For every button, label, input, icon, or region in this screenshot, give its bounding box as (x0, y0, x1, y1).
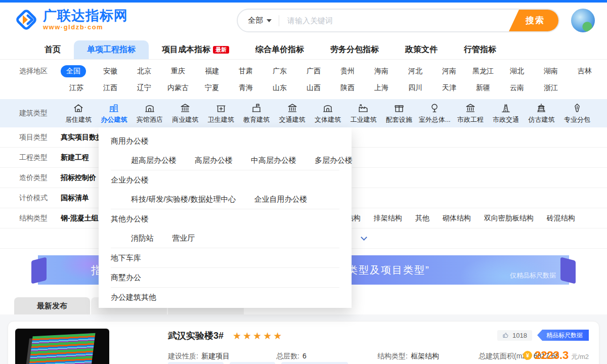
like-button[interactable]: 1018 (497, 330, 532, 341)
region-item[interactable]: 陕西 (332, 83, 363, 93)
filter-label: 计价模式 (19, 194, 61, 203)
star-rating: ★★★★★ (233, 330, 283, 342)
site-url: www·gldzb·com (43, 23, 128, 31)
nav-item-project-cost-index[interactable]: 项目成本指标 最新 (149, 40, 242, 59)
building-type-item[interactable]: 商业建筑 (167, 103, 203, 124)
region-item[interactable]: 全国 (61, 65, 86, 77)
project-card[interactable]: 武汉实验楼3# ★★★★★ 1018 精品标尺数据 建设性质:新建项目 总层数:… (8, 321, 599, 364)
filter-option[interactable]: 排架结构 (374, 214, 402, 223)
region-item[interactable]: 黑龙江 (467, 67, 499, 76)
nav-item-labor-subcontract-index[interactable]: 劳务分包指标 (317, 40, 392, 59)
dropdown-group-title[interactable]: 商用办公楼 (111, 131, 339, 151)
building-type-item[interactable]: 仿古建筑 (524, 103, 559, 124)
building-type-item-selected[interactable]: 办公建筑 (96, 103, 132, 124)
nav-item-composite-price-index[interactable]: 综合单价指标 (242, 40, 317, 59)
field-label: 建设性质: (168, 352, 198, 361)
region-item[interactable]: 广东 (264, 67, 295, 76)
dropdown-group-title[interactable]: 地下车库 (111, 248, 339, 267)
region-item[interactable]: 辽宁 (128, 83, 160, 93)
project-thumbnail[interactable] (15, 329, 109, 364)
region-item[interactable]: 云南 (501, 83, 533, 93)
building-type-item-label: 商业建筑 (172, 115, 198, 124)
building-type-item[interactable]: 文体建筑 (310, 103, 345, 124)
site-logo[interactable]: 广联达指标网 www·gldzb·com (14, 8, 128, 32)
region-item[interactable]: 上海 (366, 83, 397, 93)
dropdown-item[interactable]: 营业厅 (172, 234, 195, 243)
region-item[interactable]: 吉林 (569, 67, 600, 76)
building-type-item[interactable]: 卫生建筑 (203, 103, 239, 124)
dropdown-group-title[interactable]: 商墅办公 (111, 268, 339, 287)
building-type-item[interactable]: 宾馆酒店 (132, 103, 167, 124)
region-item[interactable]: 广西 (298, 67, 329, 76)
region-item[interactable]: 四川 (400, 83, 431, 93)
filter-option[interactable]: 砌体结构 (443, 214, 471, 223)
filter-option[interactable]: 新建工程 (61, 153, 89, 162)
dropdown-group-title[interactable]: 企业办公楼 (111, 170, 339, 190)
search-input[interactable] (279, 16, 509, 25)
region-item[interactable]: 河北 (400, 67, 431, 76)
region-item[interactable]: 青海 (230, 83, 262, 93)
building-type-item[interactable]: 市政交通 (488, 103, 524, 124)
region-item[interactable]: 山东 (264, 83, 295, 93)
region-item[interactable]: 海南 (366, 67, 397, 76)
filter-option[interactable]: 砖混结构 (547, 214, 575, 223)
house-icon (73, 103, 84, 114)
dropdown-group-title[interactable]: 办公建筑其他 (111, 288, 339, 307)
building-type-item[interactable]: 教育建筑 (239, 103, 274, 124)
region-item[interactable]: 山西 (298, 83, 329, 93)
building-type-item[interactable]: 交通建筑 (275, 103, 310, 124)
building-type-item[interactable]: 工业建筑 (345, 103, 381, 124)
nav-item-single-project-index[interactable]: 单项工程指标 (74, 40, 149, 59)
filter-option[interactable]: 国标清单 (61, 194, 89, 203)
pagoda-icon (536, 103, 547, 114)
region-item[interactable]: 宁夏 (196, 83, 228, 93)
region-item[interactable]: 贵州 (332, 67, 363, 76)
region-item[interactable]: 内蒙古 (162, 83, 194, 93)
region-item[interactable]: 湖南 (535, 67, 567, 76)
dropdown-group-title[interactable]: 其他办公楼 (111, 209, 339, 229)
building-type-item[interactable]: 市政工程 (453, 103, 488, 124)
user-avatar[interactable] (571, 9, 595, 32)
dropdown-item[interactable]: 高层办公楼 (195, 156, 233, 165)
tab-latest-release[interactable]: 最新发布 (14, 297, 90, 314)
search-scope-dropdown[interactable]: 全部 (238, 10, 279, 31)
region-item[interactable]: 天津 (433, 83, 465, 93)
region-item[interactable]: 安徽 (95, 67, 126, 76)
region-item[interactable]: 浙江 (535, 83, 567, 93)
dropdown-item[interactable]: 企业自用办公楼 (254, 195, 308, 204)
region-item[interactable]: 甘肃 (230, 67, 262, 76)
building-type-item[interactable]: 室外总体... (417, 103, 452, 124)
building-type-item-label: 室外总体... (419, 115, 451, 124)
hospital-icon (215, 103, 227, 114)
region-item[interactable]: 江西 (95, 83, 126, 93)
building-type-item[interactable]: 专业分包 (559, 103, 595, 124)
filter-option[interactable]: 招标控制价 (61, 173, 96, 183)
nav-item-policy-files[interactable]: 政策文件 (392, 40, 451, 59)
region-item[interactable]: 湖北 (501, 67, 533, 76)
dropdown-item[interactable]: 科技/研发/实验楼/数据处理中心 (131, 195, 236, 204)
dropdown-item[interactable]: 中高层办公楼 (251, 156, 296, 165)
filter-option[interactable]: 双向密肋板结构 (484, 214, 534, 223)
project-title[interactable]: 武汉实验楼3# (168, 330, 224, 342)
region-item[interactable]: 重庆 (162, 67, 194, 76)
filter-option[interactable]: 真实项目数据 (61, 133, 103, 142)
region-item[interactable]: 新疆 (467, 83, 499, 93)
building-type-item[interactable]: 居住建筑 (61, 103, 96, 124)
nav-item-home[interactable]: 首页 (31, 40, 74, 59)
chevron-down-icon[interactable] (361, 234, 367, 241)
nav-item-admin-index[interactable]: 行管指标 (451, 40, 509, 59)
pen-icon (572, 103, 583, 114)
dropdown-item[interactable]: 消防站 (131, 234, 154, 243)
building-type-item[interactable]: 配套设施 (381, 103, 417, 124)
region-item[interactable]: 北京 (128, 67, 160, 76)
search-button[interactable]: 搜索 (509, 10, 558, 31)
dropdown-item[interactable]: 多层办公楼 (315, 156, 353, 165)
region-item[interactable]: 江苏 (61, 83, 92, 93)
filter-label: 工程类型 (19, 153, 61, 162)
tab-label: 最新发布 (37, 301, 67, 311)
filter-option[interactable]: 其他 (415, 214, 429, 223)
dropdown-item[interactable]: 超高层办公楼 (131, 156, 177, 165)
region-item[interactable]: 福建 (196, 67, 228, 76)
factory-icon (358, 103, 369, 114)
region-item[interactable]: 河南 (433, 67, 465, 76)
